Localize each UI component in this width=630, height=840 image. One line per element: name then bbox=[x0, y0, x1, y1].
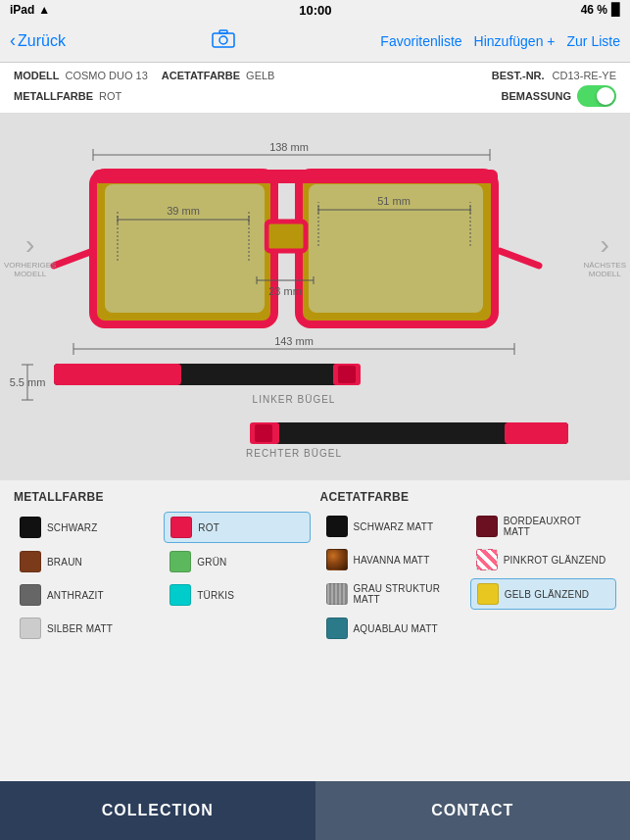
color-label: SCHWARZ bbox=[47, 522, 98, 533]
bottom-tabs: COLLECTION CONTACT bbox=[0, 781, 630, 840]
status-right: 46 % ▉ bbox=[581, 3, 620, 17]
svg-rect-0 bbox=[213, 33, 234, 47]
contact-tab-label: CONTACT bbox=[431, 802, 513, 819]
color-label: HAVANNA MATT bbox=[354, 555, 430, 566]
color-swatch bbox=[326, 618, 348, 639]
camera-button[interactable] bbox=[212, 28, 235, 53]
acetatfarbe-item-aquablau[interactable]: AQUABLAU MATT bbox=[320, 614, 466, 643]
color-label: SILBER MATT bbox=[47, 623, 113, 634]
color-swatch bbox=[326, 583, 348, 605]
back-chevron-icon: ‹ bbox=[10, 30, 16, 51]
color-label: PINKROT GLÄNZEND bbox=[504, 555, 606, 566]
metallfarbe-item-tuerkis[interactable]: TÜRKIS bbox=[164, 580, 310, 610]
acetatfarbe-item-graustruktur[interactable]: GRAU STRUKTUR MATT bbox=[320, 578, 466, 610]
acetatfarbe-item-pinkrot[interactable]: PINKROT GLÄNZEND bbox=[470, 545, 616, 574]
svg-text:51 mm: 51 mm bbox=[377, 195, 411, 207]
color-label: ROT bbox=[198, 522, 219, 533]
status-left: iPad ▲ bbox=[10, 3, 50, 17]
color-label: TÜRKIS bbox=[197, 590, 234, 601]
acetatfarbe-label: ACETATFARBE bbox=[162, 70, 240, 81]
color-swatch bbox=[20, 551, 41, 572]
acetatfarbe-value: GELB bbox=[246, 70, 274, 81]
acetatfarbe-info: ACETATFARBE GELB bbox=[162, 70, 275, 81]
bemassung-label: BEMASSUNG bbox=[501, 90, 571, 102]
color-label: ANTHRAZIT bbox=[47, 590, 104, 601]
svg-text:23 mm: 23 mm bbox=[268, 285, 302, 297]
next-label: NÄCHSTES MODELL bbox=[583, 261, 626, 278]
metallfarbe-item-braun[interactable]: BRAUN bbox=[14, 547, 160, 576]
color-label: GELB GLÄNZEND bbox=[505, 589, 590, 600]
svg-text:RECHTER BÜGEL: RECHTER BÜGEL bbox=[246, 448, 342, 459]
back-label: Zurück bbox=[18, 32, 66, 50]
back-button[interactable]: ‹ Zurück bbox=[10, 30, 66, 51]
color-label: BRAUN bbox=[47, 557, 82, 568]
color-label: GRÜN bbox=[197, 557, 226, 568]
acetatfarbe-section: ACETATFARBE SCHWARZ MATTBORDEAUXROT MATT… bbox=[320, 490, 617, 643]
bemassung-toggle[interactable] bbox=[577, 85, 616, 107]
prev-chevron-icon: › bbox=[25, 231, 34, 259]
acetatfarbe-item-bordeauxrot[interactable]: BORDEAUXROT MATT bbox=[470, 512, 616, 541]
metallfarbe-grid: SCHWARZROTBRAUNGRÜNANTHRAZITTÜRKISSILBER… bbox=[14, 512, 311, 643]
metallfarbe-item-anthrazit[interactable]: ANTHRAZIT bbox=[14, 580, 160, 610]
add-button[interactable]: Hinzufügen + bbox=[474, 33, 556, 49]
svg-text:LINKER BÜGEL: LINKER BÜGEL bbox=[253, 394, 336, 405]
list-button[interactable]: Zur Liste bbox=[567, 33, 620, 49]
metallfarbe-item-silber[interactable]: SILBER MATT bbox=[14, 614, 160, 643]
color-label: GRAU STRUKTUR MATT bbox=[354, 583, 460, 605]
modell-label: MODELL bbox=[14, 70, 59, 81]
wifi-icon: ▲ bbox=[38, 3, 50, 17]
metallfarbe-section-title: METALLFARBE bbox=[14, 490, 311, 504]
svg-rect-13 bbox=[93, 170, 498, 183]
svg-point-1 bbox=[219, 36, 227, 44]
color-swatch bbox=[170, 517, 192, 538]
color-swatch bbox=[20, 584, 41, 606]
color-swatch bbox=[326, 549, 348, 570]
metallfarbe-section: METALLFARBE SCHWARZROTBRAUNGRÜNANTHRAZIT… bbox=[14, 490, 311, 643]
svg-rect-41 bbox=[54, 364, 181, 385]
color-label: SCHWARZ MATT bbox=[354, 521, 434, 532]
acetatfarbe-section-title: ACETATFARBE bbox=[320, 490, 617, 504]
carrier-label: iPad bbox=[10, 3, 34, 17]
collection-tab[interactable]: COLLECTION bbox=[0, 781, 315, 840]
color-swatch bbox=[170, 551, 191, 572]
prev-model-button[interactable]: › VORHERIGES MODELL bbox=[4, 231, 56, 278]
svg-rect-11 bbox=[105, 184, 265, 313]
svg-rect-2 bbox=[219, 30, 227, 33]
main-content: 138 mm 39 mm bbox=[0, 114, 630, 781]
battery-icon: ▉ bbox=[611, 3, 620, 17]
collection-tab-label: COLLECTION bbox=[102, 802, 214, 819]
svg-rect-48 bbox=[255, 424, 272, 442]
acetatfarbe-item-schwarzmatt[interactable]: SCHWARZ MATT bbox=[320, 512, 466, 541]
prev-label: VORHERIGES MODELL bbox=[4, 261, 56, 278]
best-nr-value: CD13-RE-YE bbox=[553, 70, 616, 81]
modell-info: MODELL COSMO DUO 13 bbox=[14, 70, 148, 81]
contact-tab[interactable]: CONTACT bbox=[315, 781, 631, 840]
color-swatch bbox=[20, 517, 41, 538]
color-swatch bbox=[326, 516, 348, 537]
best-nr-label: BEST.-NR. bbox=[492, 70, 545, 81]
favorites-button[interactable]: Favoritenliste bbox=[380, 33, 461, 49]
modell-value: COSMO DUO 13 bbox=[65, 70, 147, 81]
acetatfarbe-item-gelbglaenzend[interactable]: GELB GLÄNZEND bbox=[470, 578, 616, 610]
svg-rect-43 bbox=[338, 366, 356, 383]
metallfarbe-item-schwarz[interactable]: SCHWARZ bbox=[14, 512, 160, 543]
color-swatch bbox=[477, 583, 499, 605]
battery-label: 46 % bbox=[581, 3, 607, 17]
color-label: BORDEAUXROT MATT bbox=[504, 516, 610, 537]
metallfarbe-item-rot[interactable]: ROT bbox=[164, 512, 310, 543]
bemassung-area: BEMASSUNG bbox=[501, 85, 616, 107]
next-model-button[interactable]: › NÄCHSTES MODELL bbox=[583, 231, 626, 278]
color-swatch bbox=[170, 584, 191, 606]
color-label: AQUABLAU MATT bbox=[354, 623, 438, 634]
metallfarbe-item-gruen[interactable]: GRÜN bbox=[164, 547, 310, 576]
next-chevron-icon: › bbox=[601, 231, 609, 259]
svg-text:138 mm: 138 mm bbox=[269, 141, 309, 153]
acetatfarbe-item-havanna[interactable]: HAVANNA MATT bbox=[320, 545, 466, 574]
color-swatch bbox=[20, 618, 41, 639]
svg-text:39 mm: 39 mm bbox=[167, 205, 200, 217]
metallfarbe-value: ROT bbox=[99, 90, 121, 102]
metallfarbe-label: METALLFARBE bbox=[14, 90, 93, 102]
metallfarbe-info: METALLFARBE ROT bbox=[14, 90, 121, 102]
status-time: 10:00 bbox=[299, 3, 331, 18]
nav-actions: Favoritenliste Hinzufügen + Zur Liste bbox=[380, 33, 620, 49]
